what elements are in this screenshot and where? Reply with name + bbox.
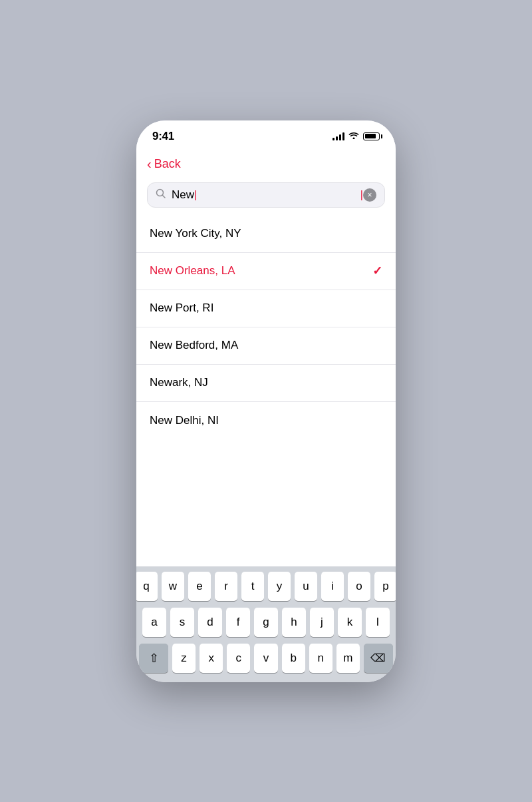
key-r[interactable]: r (215, 572, 237, 601)
key-e[interactable]: e (188, 572, 211, 601)
results-list: New York City, NY New Orleans, LA ✓ New … (136, 216, 396, 487)
search-bar: New| × (147, 182, 385, 208)
result-text-6: New Delhi, NI (150, 414, 219, 427)
key-o[interactable]: o (348, 572, 370, 601)
key-a[interactable]: a (142, 608, 166, 637)
status-icons (332, 131, 380, 141)
result-item-1[interactable]: New York City, NY (136, 216, 396, 253)
key-v[interactable]: v (254, 644, 277, 673)
key-c[interactable]: c (227, 644, 250, 673)
result-item-4[interactable]: New Bedford, MA (136, 327, 396, 365)
result-item-6[interactable]: New Delhi, NI (136, 402, 396, 439)
shift-key[interactable]: ⇧ (139, 644, 168, 673)
key-g[interactable]: g (254, 608, 278, 637)
keyboard-row-3: ⇧ z x c v b n m ⌫ (139, 644, 393, 673)
back-chevron-icon: ‹ (147, 156, 152, 172)
keyboard-row-1: q w e r t y u i o p (139, 572, 393, 601)
key-p[interactable]: p (374, 572, 396, 601)
result-item-2[interactable]: New Orleans, LA ✓ (136, 253, 396, 290)
back-label: Back (154, 157, 181, 171)
search-icon (156, 188, 166, 202)
key-f[interactable]: f (226, 608, 250, 637)
key-s[interactable]: s (170, 608, 194, 637)
battery-icon (363, 132, 380, 140)
key-u[interactable]: u (295, 572, 317, 601)
key-w[interactable]: w (162, 572, 184, 601)
result-text-3: New Port, RI (150, 301, 213, 315)
key-m[interactable]: m (336, 644, 360, 673)
key-x[interactable]: x (200, 644, 223, 673)
key-b[interactable]: b (282, 644, 305, 673)
status-time: 9:41 (152, 130, 174, 143)
checkmark-icon: ✓ (372, 264, 382, 278)
key-d[interactable]: d (198, 608, 222, 637)
status-bar: 9:41 (136, 120, 396, 148)
key-y[interactable]: y (268, 572, 291, 601)
key-j[interactable]: j (310, 608, 334, 637)
phone-container: 9:41 ‹ Back (136, 120, 396, 682)
back-button[interactable]: ‹ Back (136, 148, 396, 177)
result-item-3[interactable]: New Port, RI (136, 290, 396, 327)
key-l[interactable]: l (366, 608, 390, 637)
search-container: New| × (136, 177, 396, 216)
key-n[interactable]: n (309, 644, 332, 673)
key-t[interactable]: t (241, 572, 264, 601)
key-z[interactable]: z (172, 644, 196, 673)
empty-space (136, 487, 396, 566)
keyboard: q w e r t y u i o p a s d f g h j k l ⇧ … (136, 566, 396, 682)
keyboard-row-2: a s d f g h j k l (139, 608, 393, 637)
result-text-5: Newark, NJ (150, 376, 208, 389)
key-i[interactable]: i (321, 572, 344, 601)
app-content: ‹ Back New| × New York City, N (136, 148, 396, 566)
wifi-icon (348, 131, 359, 141)
result-item-5[interactable]: Newark, NJ (136, 365, 396, 402)
key-h[interactable]: h (282, 608, 306, 637)
result-text-4: New Bedford, MA (150, 339, 238, 352)
result-text-1: New York City, NY (150, 227, 241, 240)
result-text-2: New Orleans, LA (150, 264, 235, 278)
clear-button[interactable]: × (363, 188, 376, 202)
search-input[interactable]: New (172, 188, 360, 202)
key-k[interactable]: k (338, 608, 362, 637)
signal-icon (332, 132, 344, 140)
backspace-key[interactable]: ⌫ (364, 644, 393, 673)
key-q[interactable]: q (136, 572, 158, 601)
